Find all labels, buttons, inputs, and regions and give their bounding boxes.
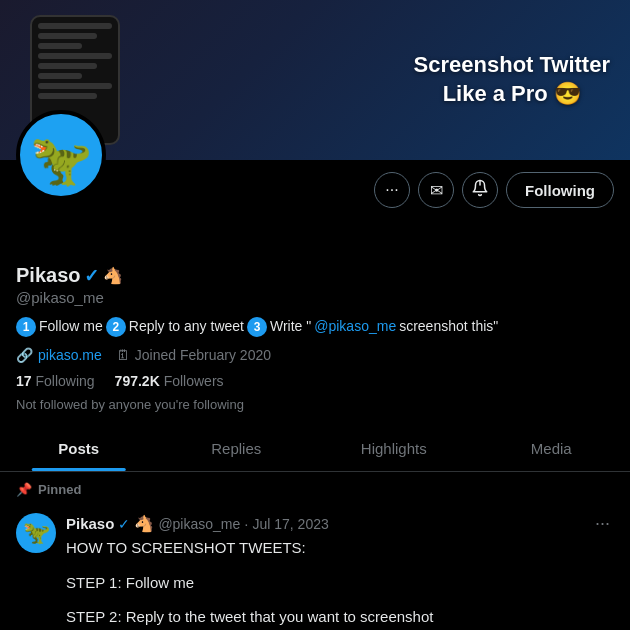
- mail-button[interactable]: ✉: [418, 172, 454, 208]
- avatar: 🦖: [16, 110, 106, 200]
- tweet-name-row: Pikaso ✓ 🐴 @pikaso_me · Jul 17, 2023: [66, 514, 329, 533]
- name-text: Pikaso: [16, 264, 80, 287]
- tweet-more-button[interactable]: ···: [591, 513, 614, 534]
- tab-replies[interactable]: Replies: [158, 426, 316, 471]
- tweet-separator: ·: [244, 515, 248, 532]
- tweet-header: Pikaso ✓ 🐴 @pikaso_me · Jul 17, 2023 ···: [66, 513, 614, 534]
- tweet-content: HOW TO SCREENSHOT TWEETS: STEP 1: Follow…: [66, 537, 614, 630]
- pinned-label: 📌 Pinned: [0, 472, 630, 503]
- more-options-button[interactable]: ···: [374, 172, 410, 208]
- banner-line1: Screenshot Twitter: [414, 51, 610, 80]
- profile-info: Pikaso ✓ 🐴 @pikaso_me 1 Follow me 2 Repl…: [0, 216, 630, 412]
- bio: 1 Follow me 2 Reply to any tweet 3 Write…: [16, 316, 614, 337]
- tweet-step1: STEP 1: Follow me: [66, 572, 614, 595]
- website-link[interactable]: pikaso.me: [38, 347, 102, 363]
- following-button[interactable]: Following: [506, 172, 614, 208]
- tweet-item: 🦖 Pikaso ✓ 🐴 @pikaso_me · Jul 17, 2023 ·…: [0, 503, 630, 630]
- tweet-author-name: Pikaso: [66, 515, 114, 532]
- mail-icon: ✉: [430, 181, 443, 200]
- tweet-body: Pikaso ✓ 🐴 @pikaso_me · Jul 17, 2023 ···…: [66, 513, 614, 630]
- profile-meta: 🔗 pikaso.me 🗓 Joined February 2020: [16, 347, 614, 363]
- calendar-icon: 🗓: [116, 347, 130, 363]
- website-meta: 🔗 pikaso.me: [16, 347, 102, 363]
- pinned-text: Pinned: [38, 482, 81, 497]
- following-count[interactable]: 17 Following: [16, 373, 95, 389]
- pin-icon: 📌: [16, 482, 32, 497]
- tabs-row: Posts Replies Highlights Media: [0, 426, 630, 472]
- bell-icon: [471, 179, 489, 201]
- follow-note: Not followed by anyone you're following: [16, 397, 614, 412]
- step3-text-suffix: screenshot this": [399, 316, 498, 337]
- banner-line2: Like a Pro 😎: [414, 80, 610, 109]
- followers-label: Followers: [164, 373, 224, 389]
- step1-number: 1: [16, 317, 36, 337]
- step3-text-prefix: Write ": [270, 316, 311, 337]
- tab-media[interactable]: Media: [473, 426, 631, 471]
- follow-counts: 17 Following 797.2K Followers: [16, 373, 614, 389]
- joined-meta: 🗓 Joined February 2020: [116, 347, 271, 363]
- verified-icon: ✓: [84, 265, 99, 287]
- tweet-avatar: 🦖: [16, 513, 56, 553]
- tweet-nft-icon: 🐴: [134, 514, 154, 533]
- tweet-date: Jul 17, 2023: [252, 516, 328, 532]
- step3-handle-link[interactable]: @pikaso_me: [314, 316, 396, 337]
- avatar-wrap: 🦖: [16, 110, 106, 200]
- step2-text: Reply to any tweet: [129, 316, 244, 337]
- tweet-verified-icon: ✓: [118, 516, 130, 532]
- profile-header: 🦖 ··· ✉ Following: [0, 160, 630, 216]
- tweet-avatar-dino-icon: 🦖: [23, 520, 50, 546]
- bell-button[interactable]: [462, 172, 498, 208]
- following-number: 17: [16, 373, 32, 389]
- tweet-step2: STEP 2: Reply to the tweet that you want…: [66, 606, 614, 629]
- step1-text: Follow me: [39, 316, 103, 337]
- nft-badge-icon: 🐴: [103, 266, 123, 285]
- followers-count[interactable]: 797.2K Followers: [115, 373, 224, 389]
- banner-headline: Screenshot Twitter Like a Pro 😎: [414, 51, 610, 108]
- avatar-dino-icon: 🦖: [30, 135, 92, 185]
- step2-number: 2: [106, 317, 126, 337]
- joined-text: Joined February 2020: [135, 347, 271, 363]
- tab-highlights[interactable]: Highlights: [315, 426, 473, 471]
- more-dots-icon: ···: [385, 181, 398, 199]
- followers-number: 797.2K: [115, 373, 160, 389]
- display-name: Pikaso ✓ 🐴: [16, 264, 614, 287]
- step3-number: 3: [247, 317, 267, 337]
- following-label: Following: [35, 373, 94, 389]
- username: @pikaso_me: [16, 289, 614, 306]
- tweet-handle: @pikaso_me: [158, 516, 240, 532]
- tweet-title: HOW TO SCREENSHOT TWEETS:: [66, 539, 306, 556]
- link-icon: 🔗: [16, 347, 33, 363]
- tab-posts[interactable]: Posts: [0, 426, 158, 471]
